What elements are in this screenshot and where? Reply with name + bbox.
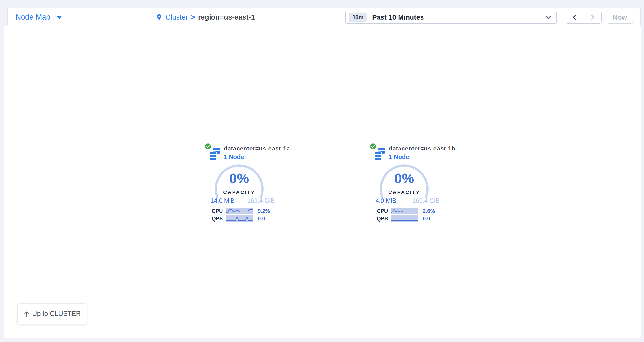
metric-row-cpu: CPU 2.6% bbox=[369, 208, 462, 214]
time-prev-button[interactable] bbox=[566, 11, 584, 23]
capacity-percent: 0% bbox=[378, 170, 430, 186]
metric-label: QPS bbox=[212, 215, 223, 222]
capacity-label: CAPACITY bbox=[378, 189, 430, 195]
metric-value: 9.2% bbox=[258, 208, 270, 214]
chevron-right-icon bbox=[590, 14, 596, 20]
node-map-canvas: datacenter=us-east-1a 1 Node 0% CAPACITY… bbox=[4, 26, 640, 338]
capacity-used: 4.0 MiB bbox=[376, 197, 396, 204]
location-pin-icon bbox=[156, 13, 162, 21]
locality-node-count[interactable]: 1 Node bbox=[224, 153, 244, 160]
metric-value: 0.0 bbox=[258, 215, 265, 222]
qps-sparkline bbox=[226, 215, 253, 222]
locality-title: datacenter=us-east-1b bbox=[389, 145, 455, 152]
capacity-percent: 0% bbox=[213, 170, 265, 186]
breadcrumb-cluster-link[interactable]: Cluster bbox=[166, 13, 188, 21]
cpu-sparkline bbox=[392, 208, 418, 214]
up-to-cluster-button[interactable]: Up to CLUSTER bbox=[17, 303, 87, 324]
cpu-sparkline bbox=[226, 208, 253, 214]
qps-sparkline bbox=[392, 215, 418, 222]
metric-label: CPU bbox=[212, 208, 223, 214]
locality-node-count[interactable]: 1 Node bbox=[389, 153, 409, 160]
time-window-label: Past 10 Minutes bbox=[372, 13, 424, 21]
metric-value: 0.0 bbox=[423, 215, 430, 222]
chevron-left-icon bbox=[572, 14, 578, 20]
metric-value: 2.6% bbox=[423, 208, 435, 214]
time-next-button[interactable] bbox=[584, 11, 602, 23]
time-nav-group bbox=[566, 11, 602, 24]
database-stack-icon bbox=[209, 148, 220, 160]
locality-title: datacenter=us-east-1a bbox=[224, 145, 290, 152]
view-selector-label: Node Map bbox=[16, 13, 50, 21]
toolbar: Node Map Cluster > region=us-east-1 10m … bbox=[7, 8, 640, 26]
capacity-total: 169.4 GiB bbox=[241, 197, 274, 204]
up-to-cluster-label: Up to CLUSTER bbox=[32, 310, 81, 318]
metric-row-qps: QPS 0.0 bbox=[204, 215, 297, 222]
time-window-dropdown[interactable]: 10m Past 10 Minutes bbox=[346, 11, 557, 24]
arrow-up-icon bbox=[24, 311, 30, 317]
database-stack-icon bbox=[374, 148, 385, 160]
view-selector-dropdown[interactable]: Node Map bbox=[16, 8, 62, 26]
capacity-total: 169.4 GiB bbox=[406, 197, 440, 204]
breadcrumb: Cluster > region=us-east-1 bbox=[156, 8, 255, 26]
caret-down-icon bbox=[57, 16, 62, 19]
metric-label: CPU bbox=[377, 208, 388, 214]
breadcrumb-separator: > bbox=[191, 13, 195, 21]
capacity-used: 14.0 MiB bbox=[210, 197, 235, 204]
node-map-page: Node Map Cluster > region=us-east-1 10m … bbox=[0, 0, 644, 342]
capacity-label: CAPACITY bbox=[213, 189, 265, 195]
breadcrumb-current: region=us-east-1 bbox=[198, 13, 255, 21]
metric-label: QPS bbox=[377, 215, 388, 222]
metric-row-cpu: CPU 9.2% bbox=[204, 208, 297, 214]
chevron-down-icon bbox=[545, 15, 551, 19]
time-window-badge: 10m bbox=[349, 13, 367, 22]
metric-row-qps: QPS 0.0 bbox=[369, 215, 462, 222]
locality-card[interactable]: datacenter=us-east-1b 1 Node 0% CAPACITY… bbox=[369, 143, 462, 227]
now-button[interactable]: Now bbox=[607, 11, 633, 24]
toolbar-divider bbox=[339, 8, 339, 26]
locality-card[interactable]: datacenter=us-east-1a 1 Node 0% CAPACITY… bbox=[204, 143, 297, 227]
